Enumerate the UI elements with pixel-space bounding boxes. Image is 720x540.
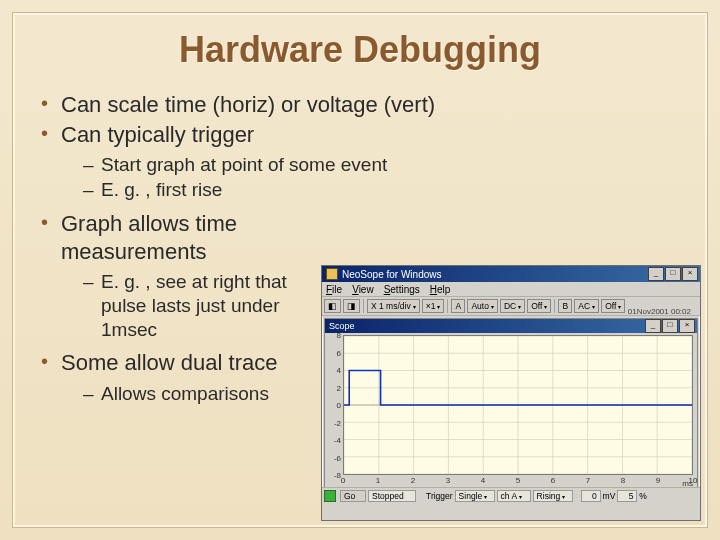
value: Off <box>531 301 542 311</box>
ch-a-mode[interactable]: Auto <box>467 299 498 313</box>
y-tick-label: -2 <box>334 418 341 427</box>
menu-view[interactable]: View <box>352 284 374 295</box>
mv-label: mV <box>603 491 616 501</box>
y-tick-label: 8 <box>337 331 341 340</box>
y-tick-label: 0 <box>337 401 341 410</box>
bullet-text: Some allow dual trace <box>61 350 277 375</box>
value: Rising <box>537 491 561 501</box>
x-mul-label: ×1 <box>426 301 436 311</box>
plot-window-buttons: _ □ × <box>645 319 695 333</box>
separator <box>363 299 364 313</box>
sub-text: E. g. , see at right that pulse lasts ju… <box>101 271 287 340</box>
bullet-item: Can scale time (horiz) or voltage (vert) <box>39 91 689 119</box>
go-indicator-icon <box>324 490 336 502</box>
sub-item: Allows comparisons <box>83 382 321 406</box>
value: Single <box>459 491 483 501</box>
maximize-button[interactable]: □ <box>662 319 678 333</box>
x-scale-select[interactable]: X 1 ms/div <box>367 299 420 313</box>
ch-b-off[interactable]: Off <box>601 299 625 313</box>
plot-title: Scope <box>329 321 645 331</box>
value: 5 <box>629 491 634 501</box>
statusbar: Go Stopped Trigger Single ch A Rising 0 … <box>322 487 700 520</box>
sub-list: E. g. , see at right that pulse lasts ju… <box>61 270 321 341</box>
menu-settings[interactable]: Settings <box>384 284 420 295</box>
value: 0 <box>592 491 597 501</box>
maximize-button[interactable]: □ <box>665 267 681 281</box>
plot-titlebar[interactable]: Scope _ □ × <box>325 319 697 333</box>
window-title: NeoSope for Windows <box>342 269 648 280</box>
sub-text: Start graph at point of some event <box>101 154 387 175</box>
ch-b-label: B <box>558 299 572 313</box>
ch-b-coupling[interactable]: AC <box>574 299 599 313</box>
separator <box>447 299 448 313</box>
x-tick-label: 1 <box>376 476 380 485</box>
bullet-item: Can typically trigger Start graph at poi… <box>39 121 689 202</box>
minimize-button[interactable]: _ <box>645 319 661 333</box>
bullet-text: Can typically trigger <box>61 122 254 147</box>
trigger-edge-select[interactable]: Rising <box>533 490 573 502</box>
ch-a-off[interactable]: Off <box>527 299 551 313</box>
trigger-mode-select[interactable]: Single <box>455 490 495 502</box>
menu-help[interactable]: Help <box>430 284 451 295</box>
value: Auto <box>471 301 489 311</box>
x-tick-label: 6 <box>551 476 555 485</box>
x-tick-label: 8 <box>621 476 625 485</box>
plot-area[interactable] <box>343 335 693 475</box>
trigger-source-select[interactable]: ch A <box>497 490 531 502</box>
bullet-item: Some allow dual trace Allows comparisons <box>39 349 321 405</box>
x-tick-label: 3 <box>446 476 450 485</box>
tool-icon[interactable]: ◧ <box>324 299 341 313</box>
trigger-label: Trigger <box>426 491 453 501</box>
ch-a-coupling[interactable]: DC <box>500 299 525 313</box>
y-axis-labels: 86420-2-4-6-8 <box>327 335 341 475</box>
sub-item: E. g. , first rise <box>83 178 689 202</box>
label: Go <box>344 491 355 501</box>
value: ch A <box>501 491 518 501</box>
bullet-text: Graph allows time measurements <box>61 211 237 264</box>
ch-a-label: A <box>451 299 465 313</box>
bullet-text: Can scale time (horiz) or voltage (vert) <box>61 92 435 117</box>
close-button[interactable]: × <box>679 319 695 333</box>
value: Stopped <box>372 491 404 501</box>
sub-item: E. g. , see at right that pulse lasts ju… <box>83 270 321 341</box>
menu-file[interactable]: File <box>326 284 342 295</box>
x-tick-label: 7 <box>586 476 590 485</box>
slide-frame: Hardware Debugging Can scale time (horiz… <box>12 12 708 528</box>
plot-timestamp: 01Nov2001 00:02 <box>628 307 691 316</box>
app-icon <box>326 268 338 280</box>
y-tick-label: 6 <box>337 348 341 357</box>
value: AC <box>578 301 590 311</box>
x-tick-label: 5 <box>516 476 520 485</box>
x-mul-select[interactable]: ×1 <box>422 299 445 313</box>
slide: Hardware Debugging Can scale time (horiz… <box>0 0 720 540</box>
window-titlebar[interactable]: NeoSope for Windows _ □ × <box>322 266 700 282</box>
close-button[interactable]: × <box>682 267 698 281</box>
sub-text: E. g. , first rise <box>101 179 222 200</box>
sub-list: Start graph at point of some event E. g.… <box>61 153 689 202</box>
sub-item: Start graph at point of some event <box>83 153 689 177</box>
x-tick-label: 2 <box>411 476 415 485</box>
go-button[interactable]: Go <box>340 490 366 502</box>
menubar: File View Settings Help <box>322 282 700 297</box>
x-scale-label: X 1 ms/div <box>371 301 411 311</box>
bullet-item: Graph allows time measurements E. g. , s… <box>39 210 321 342</box>
x-tick-label: 0 <box>341 476 345 485</box>
plot-window: Scope _ □ × 86420-2-4-6-8 012345678910 m… <box>324 318 698 490</box>
x-tick-label: 4 <box>481 476 485 485</box>
y-tick-label: 4 <box>337 366 341 375</box>
y-tick-label: -4 <box>334 436 341 445</box>
value: Off <box>605 301 616 311</box>
tool-icon[interactable]: ◨ <box>343 299 360 313</box>
y-tick-label: -6 <box>334 453 341 462</box>
sub-list: Allows comparisons <box>61 382 321 406</box>
minimize-button[interactable]: _ <box>648 267 664 281</box>
y-tick-label: 2 <box>337 383 341 392</box>
separator <box>554 299 555 313</box>
value: DC <box>504 301 516 311</box>
x-tick-label: 9 <box>656 476 660 485</box>
trigger-level-value[interactable]: 0 <box>581 490 601 502</box>
slide-title: Hardware Debugging <box>31 29 689 71</box>
sub-text: Allows comparisons <box>101 383 269 404</box>
trigger-pos-value[interactable]: 5 <box>617 490 637 502</box>
run-state: Stopped <box>368 490 416 502</box>
